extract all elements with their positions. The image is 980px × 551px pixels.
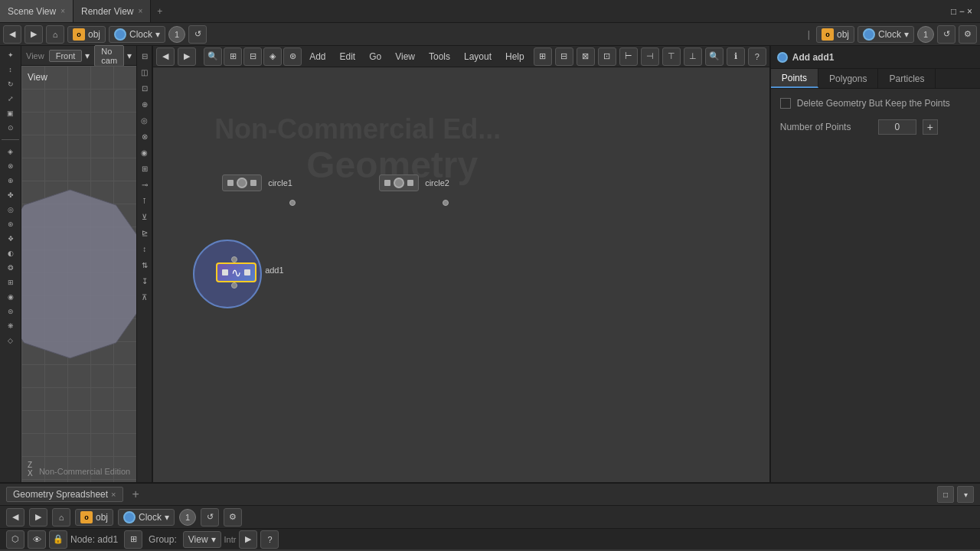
- plus-button[interactable]: +: [923, 119, 938, 135]
- ne-tool-3[interactable]: ◈: [263, 47, 282, 66]
- bottom-icon-1[interactable]: □: [937, 486, 954, 503]
- viewport-tool-8[interactable]: ◐: [5, 247, 17, 259]
- delete-geometry-checkbox[interactable]: [780, 98, 791, 109]
- viewport-tool-5[interactable]: ◎: [5, 204, 17, 216]
- ne-tool-1[interactable]: ⊞: [224, 47, 242, 66]
- node-icon[interactable]: ⬡: [6, 530, 24, 549]
- scale-tool[interactable]: ⤢: [5, 93, 17, 105]
- refresh-right-button[interactable]: ↺: [937, 25, 956, 44]
- bottom-settings[interactable]: ⚙: [224, 508, 242, 527]
- tab-points[interactable]: Points: [771, 69, 818, 88]
- geometry-spreadsheet-tab[interactable]: Geometry Spreadsheet ×: [6, 487, 123, 502]
- menu-add[interactable]: Add: [303, 50, 332, 64]
- ne-right-2[interactable]: ⊟: [555, 47, 573, 66]
- add-tab-button[interactable]: +: [151, 6, 168, 17]
- vr-tool-1[interactable]: ⊟: [138, 49, 152, 63]
- vr-tool-13[interactable]: ↕: [138, 242, 152, 256]
- bottom-refresh[interactable]: ↺: [201, 508, 219, 527]
- obj-dropdown[interactable]: o obj: [67, 26, 106, 43]
- vr-tool-3[interactable]: ⊡: [138, 81, 152, 95]
- viewport-tool-10[interactable]: ⊞: [5, 276, 17, 289]
- num-badge-1[interactable]: 1: [168, 26, 185, 43]
- viewport-tool-9[interactable]: ❂: [5, 262, 17, 274]
- vr-tool-5[interactable]: ◎: [138, 113, 152, 127]
- view-dropdown[interactable]: View ▾: [183, 531, 221, 548]
- bottom-icon-2[interactable]: ▾: [957, 486, 974, 503]
- ne-search[interactable]: 🔍: [705, 47, 724, 66]
- num-points-input[interactable]: [878, 119, 916, 135]
- node-circle2[interactable]: circle2: [379, 174, 449, 191]
- circle2-widget[interactable]: [379, 174, 419, 191]
- menu-go[interactable]: Go: [363, 50, 387, 64]
- home-button[interactable]: ⌂: [46, 25, 64, 44]
- scene-view-tab-close[interactable]: ×: [60, 7, 65, 15]
- scene-view-tab[interactable]: Scene View ×: [0, 0, 74, 22]
- viewport-tool-7[interactable]: ❖: [5, 233, 17, 245]
- viewport-tool-12[interactable]: ⊜: [5, 305, 17, 318]
- viewport-camera-dropdown[interactable]: Front ▾: [49, 50, 90, 62]
- vr-tool-6[interactable]: ⊗: [138, 129, 152, 143]
- obj-dropdown-right[interactable]: o obj: [816, 26, 854, 43]
- intr-btn[interactable]: ▶: [239, 530, 257, 549]
- viewport-tool-3[interactable]: ⊕: [5, 174, 17, 187]
- clock-dropdown-left[interactable]: Clock ▾: [109, 26, 165, 43]
- window-controls[interactable]: □ − ×: [951, 6, 972, 17]
- node-lock-icon[interactable]: 🔒: [49, 530, 67, 549]
- ne-right-5[interactable]: ⊢: [619, 47, 638, 66]
- ne-right-1[interactable]: ⊞: [534, 47, 552, 66]
- ne-right-8[interactable]: ⊥: [684, 47, 702, 66]
- circle1-widget[interactable]: [222, 174, 262, 191]
- vr-tool-16[interactable]: ⊼: [138, 290, 152, 304]
- viewport-tool-14[interactable]: ◇: [5, 334, 17, 347]
- nav-back-button[interactable]: ◀: [3, 25, 21, 44]
- ne-right-6[interactable]: ⊣: [641, 47, 659, 66]
- vr-tool-9[interactable]: ⊸: [138, 178, 152, 191]
- ne-right-7[interactable]: ⊤: [662, 47, 681, 66]
- tab-polygons[interactable]: Polygons: [818, 69, 878, 88]
- ne-info[interactable]: ℹ: [727, 47, 745, 66]
- bottom-obj-dropdown[interactable]: o obj: [75, 509, 113, 526]
- viewport-cam-mode-dropdown[interactable]: No cam ▾: [94, 45, 132, 67]
- help-btn[interactable]: ?: [260, 530, 279, 549]
- tab-particles[interactable]: Particles: [878, 69, 936, 88]
- menu-help[interactable]: Help: [499, 50, 531, 64]
- viewport-tool-13[interactable]: ❋: [5, 320, 17, 332]
- vr-tool-8[interactable]: ⊞: [138, 161, 152, 175]
- node-circle1[interactable]: circle1: [222, 174, 292, 191]
- vr-tool-10[interactable]: ⊺: [138, 194, 152, 207]
- add1-widget[interactable]: ∿: [216, 262, 256, 282]
- vr-tool-12[interactable]: ⊵: [138, 226, 152, 240]
- vr-tool-7[interactable]: ◉: [138, 145, 152, 159]
- settings-right-button[interactable]: ⚙: [959, 25, 977, 44]
- menu-view[interactable]: View: [389, 50, 421, 64]
- move-tool[interactable]: ↕: [5, 64, 17, 76]
- vr-tool-15[interactable]: ↧: [138, 274, 152, 288]
- viewport-tool-6[interactable]: ⊛: [5, 218, 17, 230]
- vr-tool-4[interactable]: ⊕: [138, 97, 152, 111]
- ne-tool-2[interactable]: ⊟: [243, 47, 262, 66]
- node-add1[interactable]: ∿ add1: [216, 262, 256, 282]
- nav-forward-button[interactable]: ▶: [24, 25, 43, 44]
- node-nav-forward[interactable]: ▶: [178, 47, 196, 66]
- render-view-tab[interactable]: Render View ×: [74, 0, 151, 22]
- add-bottom-tab[interactable]: +: [128, 487, 144, 501]
- ne-right-4[interactable]: ⊡: [598, 47, 616, 66]
- menu-layout[interactable]: Layout: [458, 50, 498, 64]
- ne-tool-4[interactable]: ⊛: [283, 47, 302, 66]
- bottom-nav-forward[interactable]: ▶: [29, 508, 47, 527]
- node-vis-icon[interactable]: 👁: [28, 530, 46, 549]
- refresh-button[interactable]: ↺: [188, 25, 207, 44]
- bottom-nav-back[interactable]: ◀: [6, 508, 24, 527]
- vr-tool-11[interactable]: ⊻: [138, 210, 152, 223]
- bottom-clock-dropdown[interactable]: Clock ▾: [118, 509, 175, 526]
- bottom-home[interactable]: ⌂: [52, 508, 70, 527]
- box-select-tool[interactable]: ▣: [5, 107, 17, 119]
- viewport-tool-4[interactable]: ✤: [5, 189, 17, 201]
- node-search-btn[interactable]: 🔍: [204, 47, 222, 66]
- num-badge-right[interactable]: 1: [917, 26, 934, 43]
- menu-edit[interactable]: Edit: [333, 50, 361, 64]
- viewport-tool-11[interactable]: ◉: [5, 291, 17, 303]
- geometry-spreadsheet-close[interactable]: ×: [111, 490, 116, 499]
- ne-help[interactable]: ?: [748, 47, 766, 66]
- node-nav-back[interactable]: ◀: [156, 47, 175, 66]
